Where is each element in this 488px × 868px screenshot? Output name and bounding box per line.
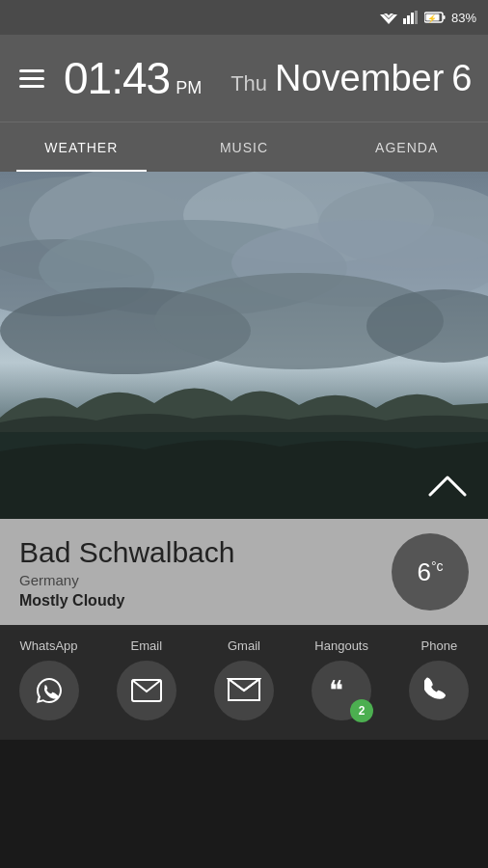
wifi-icon	[380, 11, 397, 24]
svg-rect-7	[443, 15, 445, 19]
clock-ampm: PM	[176, 78, 202, 98]
date-display: Thu November 6	[230, 58, 472, 99]
whatsapp-icon	[34, 675, 65, 706]
battery-icon: ⚡	[424, 11, 446, 24]
battery-percent: 83%	[451, 11, 476, 25]
header-bar: 01:43 PM Thu November 6	[0, 35, 488, 122]
dock-item-email[interactable]: Email	[103, 638, 190, 720]
phone-icon	[424, 676, 453, 705]
svg-rect-4	[411, 13, 414, 24]
day-abbreviation: Thu	[230, 71, 267, 96]
svg-rect-3	[407, 15, 410, 24]
tab-weather[interactable]: WEATHER	[0, 122, 163, 172]
weather-background	[0, 172, 488, 519]
svg-text:❝: ❝	[329, 675, 343, 705]
weather-condition: Mostly Cloudy	[19, 592, 392, 610]
country-name: Germany	[19, 572, 392, 588]
svg-rect-2	[403, 18, 406, 24]
gmail-icon-wrap	[214, 661, 274, 720]
gmail-icon	[227, 677, 261, 704]
email-icon-circle	[117, 661, 176, 720]
dock-item-gmail[interactable]: Gmail	[201, 638, 287, 720]
temperature-circle: 6°c	[392, 533, 469, 610]
city-name: Bad Schwalbach	[19, 535, 392, 570]
tab-music[interactable]: MUSIC	[163, 122, 326, 172]
weather-text-block: Bad Schwalbach Germany Mostly Cloudy	[19, 535, 392, 610]
hangouts-badge: 2	[350, 699, 373, 722]
whatsapp-icon-circle	[19, 661, 79, 720]
gmail-icon-circle	[214, 661, 274, 720]
email-icon-wrap	[117, 661, 176, 720]
phone-icon-circle	[409, 661, 469, 720]
dock-item-hangouts[interactable]: Hangouts ❝ 2	[298, 638, 385, 720]
menu-button[interactable]	[19, 69, 44, 88]
date-number: 6	[451, 58, 472, 99]
month-name: November	[275, 58, 444, 99]
tabs-bar: WEATHER MUSIC AGENDA	[0, 122, 488, 172]
svg-rect-5	[415, 11, 418, 24]
phone-icon-wrap	[409, 661, 469, 720]
app-dock: WhatsApp Email Gmail	[0, 625, 488, 740]
temperature-value: 6°c	[417, 557, 443, 587]
signal-icon	[403, 11, 419, 24]
weather-info-panel: Bad Schwalbach Germany Mostly Cloudy 6°c	[0, 519, 488, 625]
time-display: 01:43 PM	[64, 52, 202, 104]
chevron-up-button[interactable]	[426, 469, 469, 503]
email-icon	[131, 679, 162, 702]
clock-time: 01:43	[64, 52, 170, 104]
status-bar: ⚡ 83%	[0, 0, 488, 35]
whatsapp-icon-wrap	[19, 661, 79, 720]
hangouts-icon-wrap: ❝ 2	[312, 661, 371, 720]
svg-text:⚡: ⚡	[427, 14, 437, 23]
dock-item-phone[interactable]: Phone	[395, 638, 482, 720]
tab-agenda[interactable]: AGENDA	[325, 122, 488, 172]
dock-item-whatsapp[interactable]: WhatsApp	[6, 638, 93, 720]
